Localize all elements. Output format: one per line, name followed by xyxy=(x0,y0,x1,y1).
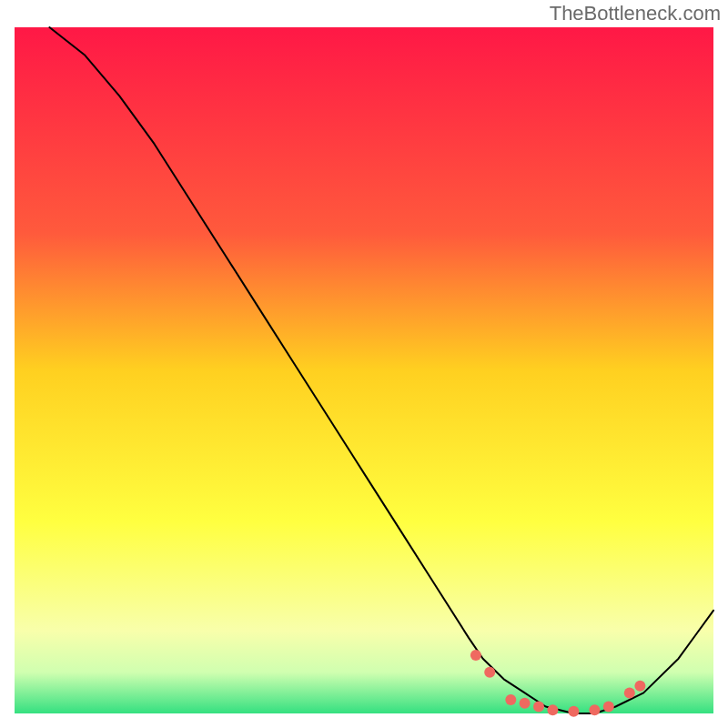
gradient-background xyxy=(15,27,713,713)
marker-point xyxy=(589,704,600,715)
marker-point xyxy=(547,704,558,715)
marker-point xyxy=(603,702,614,713)
watermark-text: TheBottleneck.com xyxy=(550,2,721,25)
marker-point xyxy=(470,650,481,661)
marker-point xyxy=(634,681,645,692)
marker-point xyxy=(520,698,531,709)
marker-point xyxy=(533,702,544,713)
chart-container: TheBottleneck.com xyxy=(0,0,728,728)
chart-svg xyxy=(0,0,728,728)
marker-point xyxy=(568,706,579,717)
marker-point xyxy=(484,667,495,678)
marker-point xyxy=(624,687,635,698)
marker-point xyxy=(505,694,516,705)
